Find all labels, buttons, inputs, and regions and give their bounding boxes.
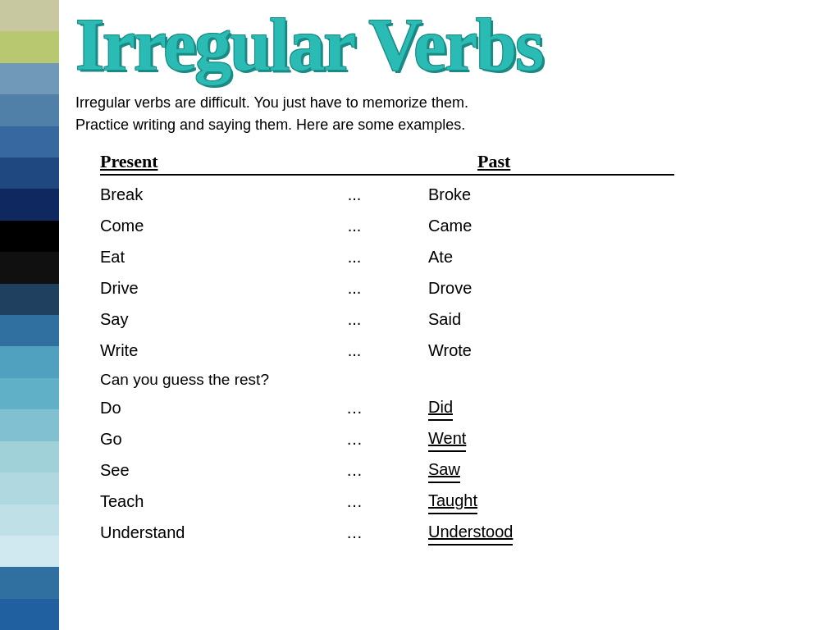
sidebar-stripe bbox=[0, 126, 59, 158]
sidebar-stripe bbox=[0, 472, 59, 504]
page-title: Irregular Verbs bbox=[75, 8, 815, 82]
guess-verbs-list: Do … Did Go … Went See … Saw Teach … Tau… bbox=[100, 392, 674, 548]
sidebar-stripe bbox=[0, 536, 59, 567]
sidebar bbox=[0, 0, 59, 630]
table-row: Drive ... Drove bbox=[100, 272, 674, 304]
header-past: Past bbox=[477, 151, 510, 172]
sidebar-stripe bbox=[0, 189, 59, 220]
verb-table: Present Past Break ... Broke Come ... Ca… bbox=[100, 151, 674, 548]
guess-row: Do … Did bbox=[100, 392, 674, 423]
verb-past: Came bbox=[428, 213, 472, 238]
verb-present: Write bbox=[100, 338, 281, 363]
verb-dots: ... bbox=[281, 276, 428, 300]
sidebar-stripe bbox=[0, 599, 59, 630]
guess-present: Teach bbox=[100, 489, 281, 514]
main-content: Irregular Verbs Irregular verbs are diff… bbox=[59, 0, 840, 630]
table-row: Say ... Said bbox=[100, 304, 674, 335]
subtitle-line2: Practice writing and saying them. Here a… bbox=[75, 116, 465, 133]
guess-past: Did bbox=[428, 395, 453, 421]
verb-dots: ... bbox=[281, 307, 428, 331]
guess-past: Saw bbox=[428, 457, 460, 483]
guess-present: Go bbox=[100, 427, 281, 451]
verb-past: Broke bbox=[428, 182, 471, 207]
guess-row: Teach … Taught bbox=[100, 486, 674, 517]
verb-dots: ... bbox=[281, 182, 428, 207]
verb-dots: ... bbox=[281, 244, 428, 269]
sidebar-stripe bbox=[0, 441, 59, 472]
table-header: Present Past bbox=[100, 151, 674, 176]
table-row: Write ... Wrote bbox=[100, 335, 674, 366]
guess-dots: … bbox=[281, 520, 428, 545]
verb-past: Wrote bbox=[428, 338, 472, 363]
sidebar-stripe bbox=[0, 346, 59, 377]
guess-prompt: Can you guess the rest? bbox=[100, 371, 674, 389]
sidebar-stripe bbox=[0, 158, 59, 189]
verb-past: Drove bbox=[428, 276, 472, 300]
guess-present: Do bbox=[100, 395, 281, 420]
known-verbs-list: Break ... Broke Come ... Came Eat ... At… bbox=[100, 179, 674, 366]
guess-past: Understood bbox=[428, 519, 513, 546]
guess-row: See … Saw bbox=[100, 454, 674, 486]
verb-present: Eat bbox=[100, 244, 281, 269]
sidebar-stripe bbox=[0, 31, 59, 62]
verb-dots: ... bbox=[281, 338, 428, 363]
sidebar-stripe bbox=[0, 378, 59, 409]
sidebar-stripe bbox=[0, 409, 59, 441]
sidebar-stripe bbox=[0, 63, 59, 94]
sidebar-stripe bbox=[0, 0, 59, 31]
guess-present: See bbox=[100, 458, 281, 482]
verb-present: Say bbox=[100, 307, 281, 331]
sidebar-stripe bbox=[0, 567, 59, 598]
subtitle: Irregular verbs are difficult. You just … bbox=[75, 92, 815, 136]
guess-dots: … bbox=[281, 427, 428, 451]
sidebar-stripe bbox=[0, 94, 59, 126]
verb-dots: ... bbox=[281, 213, 428, 238]
verb-present: Come bbox=[100, 213, 281, 238]
verb-past: Said bbox=[428, 307, 461, 331]
verb-past: Ate bbox=[428, 244, 453, 269]
guess-present: Understand bbox=[100, 520, 281, 545]
verb-present: Break bbox=[100, 182, 281, 207]
guess-dots: … bbox=[281, 489, 428, 514]
sidebar-stripe bbox=[0, 504, 59, 536]
sidebar-stripe bbox=[0, 252, 59, 283]
guess-dots: … bbox=[281, 395, 428, 420]
guess-row: Understand … Understood bbox=[100, 517, 674, 548]
verb-present: Drive bbox=[100, 276, 281, 300]
table-row: Eat ... Ate bbox=[100, 241, 674, 272]
header-present: Present bbox=[100, 151, 313, 172]
guess-past: Taught bbox=[428, 488, 477, 514]
guess-row: Go … Went bbox=[100, 423, 674, 454]
table-row: Break ... Broke bbox=[100, 179, 674, 210]
subtitle-line1: Irregular verbs are difficult. You just … bbox=[75, 94, 468, 111]
sidebar-stripe bbox=[0, 221, 59, 252]
guess-past: Went bbox=[428, 426, 466, 452]
table-row: Come ... Came bbox=[100, 210, 674, 241]
sidebar-stripe bbox=[0, 284, 59, 315]
guess-dots: … bbox=[281, 458, 428, 482]
sidebar-stripe bbox=[0, 315, 59, 346]
